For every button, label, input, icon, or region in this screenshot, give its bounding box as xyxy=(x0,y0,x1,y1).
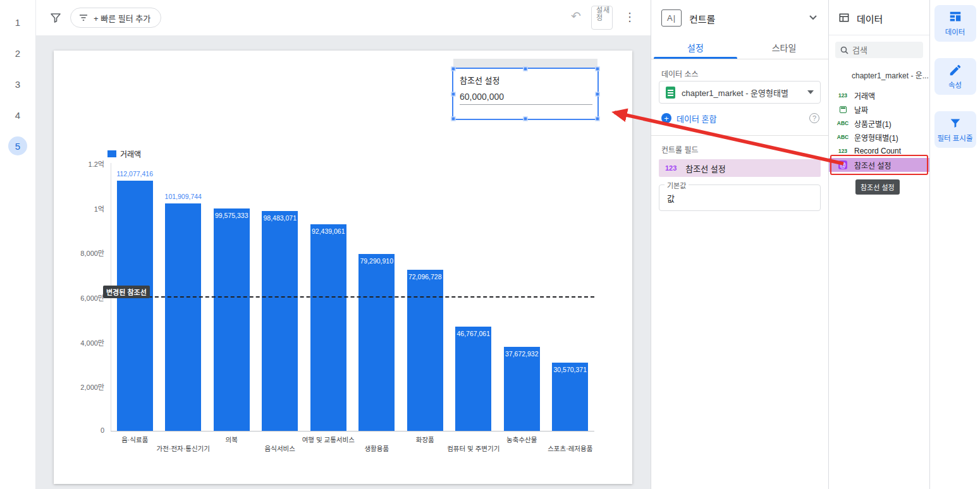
field-tooltip: 참조선 설정 xyxy=(855,179,900,195)
field-list: 123거래액날짜ABC상품군별(1)ABC운영형태별(1)123Record C… xyxy=(829,88,929,172)
control-panel-title: 컨트롤 xyxy=(689,12,715,25)
new-setting-button[interactable]: 새 설정 xyxy=(591,6,613,30)
plus-circle-icon[interactable] xyxy=(661,113,671,123)
page-nav-item-5[interactable]: 5 xyxy=(8,136,27,155)
bar-value-label: 79,290,910 xyxy=(353,257,401,265)
selection-handle[interactable] xyxy=(451,67,456,71)
field-label: 상품군별(1) xyxy=(854,118,891,129)
data-field-item[interactable]: 123Record Count xyxy=(829,144,929,158)
help-icon[interactable] xyxy=(809,113,819,123)
selection-handle[interactable] xyxy=(596,67,600,71)
canvas-background: 거래액 02,000만4,000만6,000만8,000만1억1.2억112,0… xyxy=(36,35,651,489)
bar-value-label: 46,767,061 xyxy=(450,330,498,337)
blend-data-row: 데이터 혼합 xyxy=(661,111,819,125)
bar-value-label: 92,439,061 xyxy=(304,227,353,235)
field-label: 운영형태별(1) xyxy=(854,132,898,143)
x-axis-category-label: 생활용품 xyxy=(364,444,389,453)
panel-divider xyxy=(651,135,828,136)
chevron-down-icon[interactable] xyxy=(809,15,817,20)
data-panel-source-name: chapter1_market - 운... xyxy=(852,69,929,80)
x-axis-category-label: 컴퓨터 및 주변기기 xyxy=(447,444,499,453)
data-field-item[interactable]: 날짜 xyxy=(829,102,929,116)
field-label: Record Count xyxy=(854,147,901,155)
control-widget[interactable]: 참조선 설정 xyxy=(452,68,599,120)
pencil-icon xyxy=(948,63,962,77)
sidebar-tile-label: 속성 xyxy=(948,80,962,90)
data-field-item[interactable]: 123거래액 xyxy=(829,88,929,102)
bar-6[interactable] xyxy=(407,270,443,431)
reference-line-value-input[interactable] xyxy=(460,90,592,105)
x-axis-category-label: 화장품 xyxy=(416,435,434,444)
x-axis-category-label: 여행 및 교통서비스 xyxy=(302,435,355,444)
bar-0[interactable] xyxy=(117,181,153,431)
x-axis-category-label: 스포츠·레저용품 xyxy=(548,444,592,453)
selection-handle[interactable] xyxy=(451,92,456,96)
bar-7[interactable] xyxy=(455,327,491,431)
reference-line-label: 변경된 참조선 xyxy=(103,286,150,298)
text-field-icon: ABC xyxy=(836,134,849,140)
page-nav-item-2[interactable]: 2 xyxy=(8,44,27,63)
control-panel-tabs: 설정 스타일 xyxy=(651,35,828,59)
x-axis-category-label: 음·식료품 xyxy=(121,435,148,444)
bar-2[interactable] xyxy=(214,208,250,431)
bar-value-label: 30,570,371 xyxy=(546,366,595,373)
tab-settings[interactable]: 설정 xyxy=(651,35,740,59)
data-source-selector[interactable]: chapter1_market - 운영형태별 xyxy=(659,81,821,104)
x-axis-category-label: 의복 xyxy=(226,435,238,444)
data-field-item[interactable]: @참조선 설정 xyxy=(829,158,929,172)
bar-4[interactable] xyxy=(310,224,346,431)
page-nav-item-4[interactable]: 4 xyxy=(8,106,27,124)
data-field-item[interactable]: ABC운영형태별(1) xyxy=(829,130,929,144)
default-value-box[interactable]: 기본값 값 xyxy=(659,184,821,211)
sidebar-tile-data[interactable]: 데이터 xyxy=(934,5,976,42)
x-axis-category-label: 음식서비스 xyxy=(265,444,295,453)
page-nav-item-1[interactable]: 1 xyxy=(8,13,27,32)
control-field-section-label: 컨트롤 필드 xyxy=(661,144,699,155)
field-label: 참조선 설정 xyxy=(854,160,891,171)
control-panel-header: 컨트롤 xyxy=(651,0,828,35)
bar-value-label: 98,483,071 xyxy=(256,214,305,222)
search-input[interactable] xyxy=(852,45,918,55)
sidebar-tile-filter-bar[interactable]: 필터 표시줄 xyxy=(934,111,976,148)
data-field-item[interactable]: ABC상품군별(1) xyxy=(829,116,929,130)
default-value-label: 기본값 xyxy=(665,180,689,190)
selection-handle[interactable] xyxy=(596,92,600,96)
parameter-icon: @ xyxy=(836,160,849,169)
blend-data-link[interactable]: 데이터 혼합 xyxy=(677,112,804,124)
control-properties-panel: 컨트롤 설정 스타일 데이터 소스 chapter1_market - 운영형태… xyxy=(651,0,828,489)
sheets-file-icon xyxy=(666,87,675,99)
sidebar-tile-properties[interactable]: 속성 xyxy=(934,58,976,95)
control-field-chip[interactable]: 123 참조선 설정 xyxy=(659,159,821,177)
page-nav-item-3[interactable]: 3 xyxy=(8,75,27,94)
reference-line xyxy=(111,296,594,298)
field-label: 날짜 xyxy=(854,104,868,115)
text-control-icon xyxy=(661,9,682,27)
bar-8[interactable] xyxy=(504,347,540,431)
search-box[interactable] xyxy=(835,42,923,58)
selection-handle[interactable] xyxy=(524,67,528,71)
tab-style[interactable]: 스타일 xyxy=(740,35,828,59)
report-page[interactable]: 거래액 02,000만4,000만6,000만8,000만1억1.2억112,0… xyxy=(54,51,632,484)
y-axis-tick-label: 6,000만 xyxy=(63,293,104,303)
bar-5[interactable] xyxy=(358,254,395,431)
more-options-icon[interactable]: ⋮ xyxy=(624,10,635,24)
bar-value-label: 99,575,333 xyxy=(207,212,256,219)
selection-handle[interactable] xyxy=(451,117,456,121)
data-panel: 데이터 chapter1_market - 운... 123거래액날짜ABC상품… xyxy=(828,0,929,489)
field-label: 거래액 xyxy=(854,90,875,101)
bar-1[interactable] xyxy=(165,203,201,431)
add-quick-filter-button[interactable]: + 빠른 필터 추가 xyxy=(70,8,161,28)
bar-3[interactable] xyxy=(262,211,298,431)
y-axis-tick-label: 4,000만 xyxy=(63,337,104,347)
caret-down-icon xyxy=(807,90,814,94)
y-axis-tick-label: 2,000만 xyxy=(63,382,104,392)
y-axis-tick-label: 1억 xyxy=(63,203,104,214)
filter-icon[interactable] xyxy=(49,11,63,25)
selection-handle[interactable] xyxy=(524,117,528,121)
sidebar-tile-label: 데이터 xyxy=(945,27,965,37)
search-icon xyxy=(840,46,848,54)
undo-icon[interactable]: ↶ xyxy=(571,9,581,23)
selection-handle[interactable] xyxy=(596,117,600,121)
chart-legend: 거래액 xyxy=(107,148,141,159)
data-table-icon xyxy=(948,10,962,24)
